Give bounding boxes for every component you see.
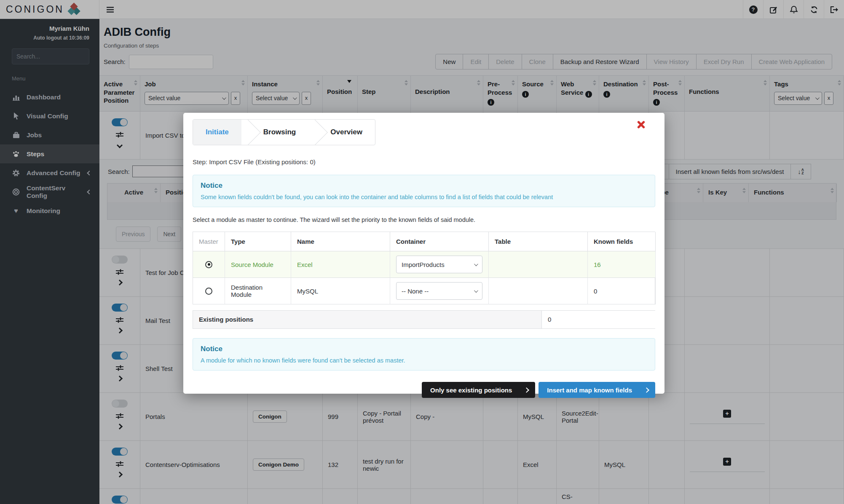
insert-and-map-known-fields-button[interactable]: Insert and map known fields: [539, 382, 655, 398]
col-type: Type: [225, 232, 291, 251]
known-fields-count: 16: [588, 251, 656, 278]
col-master: Master: [193, 232, 225, 251]
existing-positions-row: Existing positions 0: [193, 310, 655, 329]
col-container: Container: [390, 232, 489, 251]
wizard-tabs: Initiate Browsing Overview: [193, 119, 375, 145]
master-radio-source[interactable]: [205, 261, 212, 268]
notice-title: Notice: [201, 345, 647, 353]
notice-text: A module for which no known fields were …: [201, 357, 647, 364]
container-select[interactable]: -- None --: [396, 282, 482, 300]
tab-separator: [241, 120, 251, 145]
chevron-down-icon: [474, 262, 478, 266]
module-table-name: [489, 278, 588, 304]
chevron-right-icon: [524, 387, 529, 393]
existing-positions-label: Existing positions: [193, 311, 542, 328]
module-table-name: [489, 251, 588, 278]
module-type: Source Module: [225, 251, 291, 278]
tab-initiate[interactable]: Initiate: [193, 120, 241, 145]
col-name: Name: [291, 232, 390, 251]
container-select[interactable]: ImportProducts: [396, 256, 482, 273]
module-name: Excel: [291, 251, 390, 278]
col-known-fields: Known fields: [588, 232, 656, 251]
known-fields-wizard-modal: Initiate Browsing Overview Step: Import …: [183, 113, 664, 394]
master-radio-destination[interactable]: [205, 288, 212, 295]
notice-title: Notice: [201, 181, 647, 190]
tab-overview[interactable]: Overview: [318, 120, 375, 145]
step-summary: Step: Import CSV File (Existing position…: [193, 158, 655, 165]
chevron-right-icon: [644, 387, 649, 393]
module-name: MySQL: [291, 278, 390, 304]
notice-master: Notice A module for which no known field…: [193, 338, 655, 371]
notice-text: Some known fields couldn't be found, you…: [201, 194, 647, 200]
module-type: Destination Module: [225, 278, 291, 304]
master-instruction: Select a module as master to continue. T…: [193, 216, 655, 223]
col-table: Table: [489, 232, 588, 251]
existing-positions-value: 0: [542, 311, 656, 328]
notice-missing-fields: Notice Some known fields couldn't be fou…: [193, 175, 655, 207]
tab-separator: [308, 120, 318, 145]
module-table: Master Type Name Container Table Known f…: [193, 232, 655, 304]
known-fields-count: 0: [588, 278, 656, 304]
tab-browsing[interactable]: Browsing: [251, 120, 308, 145]
close-icon[interactable]: [637, 120, 645, 129]
only-see-existing-positions-button[interactable]: Only see existing positions: [422, 382, 535, 398]
chevron-down-icon: [474, 288, 478, 293]
